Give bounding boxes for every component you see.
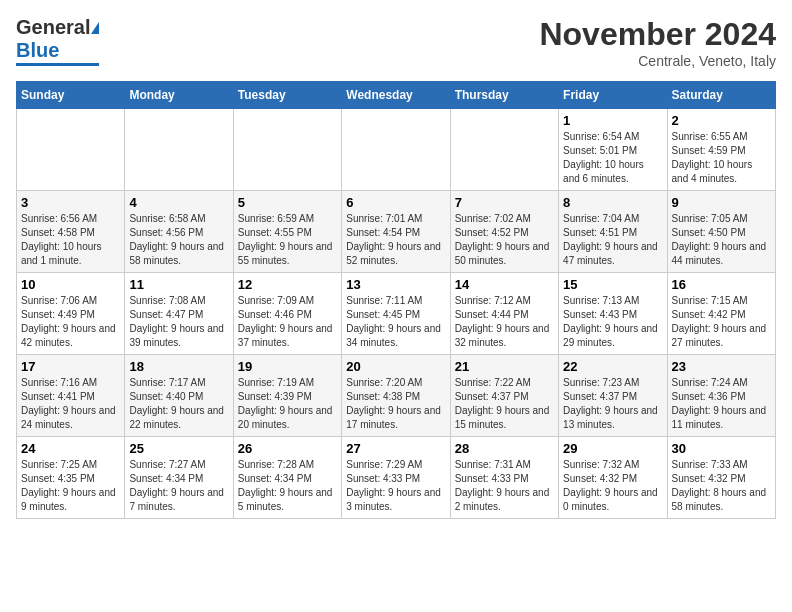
header-tuesday: Tuesday [233, 82, 341, 109]
day-info: Sunrise: 6:55 AM Sunset: 4:59 PM Dayligh… [672, 130, 771, 186]
table-row: 24Sunrise: 7:25 AM Sunset: 4:35 PM Dayli… [17, 437, 125, 519]
table-row: 20Sunrise: 7:20 AM Sunset: 4:38 PM Dayli… [342, 355, 450, 437]
calendar-week-5: 24Sunrise: 7:25 AM Sunset: 4:35 PM Dayli… [17, 437, 776, 519]
table-row: 13Sunrise: 7:11 AM Sunset: 4:45 PM Dayli… [342, 273, 450, 355]
table-row: 9Sunrise: 7:05 AM Sunset: 4:50 PM Daylig… [667, 191, 775, 273]
day-number: 25 [129, 441, 228, 456]
day-number: 18 [129, 359, 228, 374]
table-row: 16Sunrise: 7:15 AM Sunset: 4:42 PM Dayli… [667, 273, 775, 355]
day-number: 7 [455, 195, 554, 210]
day-info: Sunrise: 7:22 AM Sunset: 4:37 PM Dayligh… [455, 376, 554, 432]
title-section: November 2024 Centrale, Veneto, Italy [539, 16, 776, 69]
table-row: 21Sunrise: 7:22 AM Sunset: 4:37 PM Dayli… [450, 355, 558, 437]
day-info: Sunrise: 7:06 AM Sunset: 4:49 PM Dayligh… [21, 294, 120, 350]
table-row: 22Sunrise: 7:23 AM Sunset: 4:37 PM Dayli… [559, 355, 667, 437]
page-header: General Blue November 2024 Centrale, Ven… [16, 16, 776, 69]
day-info: Sunrise: 7:05 AM Sunset: 4:50 PM Dayligh… [672, 212, 771, 268]
day-info: Sunrise: 6:54 AM Sunset: 5:01 PM Dayligh… [563, 130, 662, 186]
header-thursday: Thursday [450, 82, 558, 109]
logo-blue-text: Blue [16, 39, 59, 62]
day-info: Sunrise: 7:20 AM Sunset: 4:38 PM Dayligh… [346, 376, 445, 432]
day-info: Sunrise: 7:23 AM Sunset: 4:37 PM Dayligh… [563, 376, 662, 432]
day-number: 21 [455, 359, 554, 374]
day-number: 9 [672, 195, 771, 210]
table-row: 7Sunrise: 7:02 AM Sunset: 4:52 PM Daylig… [450, 191, 558, 273]
day-info: Sunrise: 6:58 AM Sunset: 4:56 PM Dayligh… [129, 212, 228, 268]
table-row: 11Sunrise: 7:08 AM Sunset: 4:47 PM Dayli… [125, 273, 233, 355]
table-row: 17Sunrise: 7:16 AM Sunset: 4:41 PM Dayli… [17, 355, 125, 437]
day-number: 2 [672, 113, 771, 128]
day-info: Sunrise: 7:16 AM Sunset: 4:41 PM Dayligh… [21, 376, 120, 432]
table-row [342, 109, 450, 191]
day-number: 11 [129, 277, 228, 292]
table-row: 3Sunrise: 6:56 AM Sunset: 4:58 PM Daylig… [17, 191, 125, 273]
day-number: 10 [21, 277, 120, 292]
day-number: 3 [21, 195, 120, 210]
day-number: 28 [455, 441, 554, 456]
day-info: Sunrise: 7:24 AM Sunset: 4:36 PM Dayligh… [672, 376, 771, 432]
day-info: Sunrise: 7:29 AM Sunset: 4:33 PM Dayligh… [346, 458, 445, 514]
header-friday: Friday [559, 82, 667, 109]
day-number: 6 [346, 195, 445, 210]
day-number: 24 [21, 441, 120, 456]
table-row: 26Sunrise: 7:28 AM Sunset: 4:34 PM Dayli… [233, 437, 341, 519]
header-monday: Monday [125, 82, 233, 109]
table-row: 15Sunrise: 7:13 AM Sunset: 4:43 PM Dayli… [559, 273, 667, 355]
day-info: Sunrise: 7:02 AM Sunset: 4:52 PM Dayligh… [455, 212, 554, 268]
header-saturday: Saturday [667, 82, 775, 109]
table-row: 1Sunrise: 6:54 AM Sunset: 5:01 PM Daylig… [559, 109, 667, 191]
day-number: 13 [346, 277, 445, 292]
day-number: 26 [238, 441, 337, 456]
day-number: 4 [129, 195, 228, 210]
table-row: 8Sunrise: 7:04 AM Sunset: 4:51 PM Daylig… [559, 191, 667, 273]
logo: General Blue [16, 16, 99, 66]
logo-underline [16, 63, 99, 66]
table-row: 29Sunrise: 7:32 AM Sunset: 4:32 PM Dayli… [559, 437, 667, 519]
day-info: Sunrise: 7:25 AM Sunset: 4:35 PM Dayligh… [21, 458, 120, 514]
day-info: Sunrise: 7:08 AM Sunset: 4:47 PM Dayligh… [129, 294, 228, 350]
day-info: Sunrise: 7:17 AM Sunset: 4:40 PM Dayligh… [129, 376, 228, 432]
day-info: Sunrise: 7:32 AM Sunset: 4:32 PM Dayligh… [563, 458, 662, 514]
logo-triangle-icon [91, 22, 99, 34]
day-info: Sunrise: 7:28 AM Sunset: 4:34 PM Dayligh… [238, 458, 337, 514]
table-row: 4Sunrise: 6:58 AM Sunset: 4:56 PM Daylig… [125, 191, 233, 273]
header-sunday: Sunday [17, 82, 125, 109]
logo-general-text: General [16, 16, 90, 39]
day-number: 14 [455, 277, 554, 292]
table-row: 19Sunrise: 7:19 AM Sunset: 4:39 PM Dayli… [233, 355, 341, 437]
table-row: 6Sunrise: 7:01 AM Sunset: 4:54 PM Daylig… [342, 191, 450, 273]
day-number: 8 [563, 195, 662, 210]
day-number: 30 [672, 441, 771, 456]
day-info: Sunrise: 7:27 AM Sunset: 4:34 PM Dayligh… [129, 458, 228, 514]
day-info: Sunrise: 7:12 AM Sunset: 4:44 PM Dayligh… [455, 294, 554, 350]
day-number: 29 [563, 441, 662, 456]
day-number: 22 [563, 359, 662, 374]
day-number: 20 [346, 359, 445, 374]
table-row: 25Sunrise: 7:27 AM Sunset: 4:34 PM Dayli… [125, 437, 233, 519]
day-number: 16 [672, 277, 771, 292]
month-title: November 2024 [539, 16, 776, 53]
calendar-week-4: 17Sunrise: 7:16 AM Sunset: 4:41 PM Dayli… [17, 355, 776, 437]
table-row: 27Sunrise: 7:29 AM Sunset: 4:33 PM Dayli… [342, 437, 450, 519]
calendar-week-1: 1Sunrise: 6:54 AM Sunset: 5:01 PM Daylig… [17, 109, 776, 191]
table-row: 12Sunrise: 7:09 AM Sunset: 4:46 PM Dayli… [233, 273, 341, 355]
table-row [233, 109, 341, 191]
day-info: Sunrise: 7:11 AM Sunset: 4:45 PM Dayligh… [346, 294, 445, 350]
calendar-header-row: Sunday Monday Tuesday Wednesday Thursday… [17, 82, 776, 109]
day-number: 1 [563, 113, 662, 128]
day-number: 19 [238, 359, 337, 374]
table-row: 5Sunrise: 6:59 AM Sunset: 4:55 PM Daylig… [233, 191, 341, 273]
day-info: Sunrise: 7:31 AM Sunset: 4:33 PM Dayligh… [455, 458, 554, 514]
header-wednesday: Wednesday [342, 82, 450, 109]
day-info: Sunrise: 7:33 AM Sunset: 4:32 PM Dayligh… [672, 458, 771, 514]
table-row: 18Sunrise: 7:17 AM Sunset: 4:40 PM Dayli… [125, 355, 233, 437]
table-row [17, 109, 125, 191]
day-number: 17 [21, 359, 120, 374]
table-row [125, 109, 233, 191]
table-row: 28Sunrise: 7:31 AM Sunset: 4:33 PM Dayli… [450, 437, 558, 519]
day-info: Sunrise: 7:01 AM Sunset: 4:54 PM Dayligh… [346, 212, 445, 268]
day-info: Sunrise: 7:13 AM Sunset: 4:43 PM Dayligh… [563, 294, 662, 350]
location-subtitle: Centrale, Veneto, Italy [539, 53, 776, 69]
table-row: 10Sunrise: 7:06 AM Sunset: 4:49 PM Dayli… [17, 273, 125, 355]
day-info: Sunrise: 7:09 AM Sunset: 4:46 PM Dayligh… [238, 294, 337, 350]
